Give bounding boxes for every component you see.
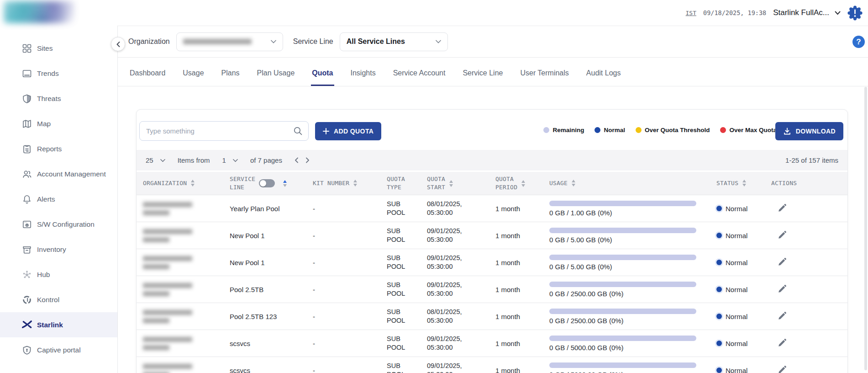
next-page-button[interactable] — [305, 157, 310, 163]
edit-quota-button[interactable] — [778, 257, 787, 266]
status-badge: Normal — [726, 286, 747, 293]
sort-status[interactable] — [742, 180, 746, 186]
col-label: QUOTASTART — [427, 175, 445, 191]
tab-audit-logs[interactable]: Audit Logs — [585, 69, 622, 86]
pagination-bar: 25 Items from 1 of 7 pages 1-25 of 157 i… — [137, 150, 847, 171]
sidebar-item-kontrol[interactable]: Kontrol — [0, 287, 117, 312]
status-normal-dot — [716, 206, 722, 211]
tab-service-account[interactable]: Service Account — [392, 69, 447, 86]
sidebar-item-label: Alerts — [37, 195, 55, 203]
usage-cell: 0 GB / 5000.00 GB (0%) — [549, 336, 716, 352]
sidebar-item-hub[interactable]: Hub — [0, 262, 117, 287]
timezone-toggle[interactable]: IST — [686, 10, 696, 16]
page-value: 1 — [222, 156, 226, 164]
filters-row: Organization Service Line All Service Li… — [118, 26, 868, 58]
sort-asc-icon — [191, 180, 195, 182]
sort-quota-period[interactable] — [521, 180, 525, 187]
col-header-service-line: SERVICELINE — [230, 175, 313, 191]
help-button[interactable]: ? — [852, 36, 865, 48]
sidebar-item-label: Starlink — [37, 321, 63, 329]
vertical-scrollbar[interactable] — [864, 87, 867, 370]
service-line-select[interactable]: All Service Lines — [340, 32, 448, 51]
usage-cell: 0 GB / 1.00 GB (0%) — [549, 201, 716, 217]
tab-quota[interactable]: Quota — [311, 69, 334, 86]
tab-service-line[interactable]: Service Line — [462, 69, 504, 86]
usage-text: 0 GB / 1.00 GB (0%) — [549, 209, 716, 217]
legend-label: Over Max Quota — [729, 127, 777, 133]
usage-progress-bar — [549, 255, 696, 260]
tab-user-terminals[interactable]: User Terminals — [519, 69, 569, 86]
service-line-toggle[interactable] — [259, 179, 275, 187]
sidebar-item-captive-portal[interactable]: Captive portal — [0, 337, 117, 362]
sort-quota-start[interactable] — [449, 180, 453, 187]
tab-plan-usage[interactable]: Plan Usage — [256, 69, 296, 86]
chevron-down-icon — [233, 159, 238, 162]
page-select[interactable]: 1 — [222, 156, 238, 164]
redacted-text-line — [143, 345, 169, 350]
sort-desc-icon — [283, 184, 287, 187]
legend-dot — [720, 127, 726, 133]
edit-quota-button[interactable] — [778, 311, 787, 320]
sidebar-collapse-button[interactable] — [111, 37, 125, 51]
status-badge: Normal — [726, 340, 747, 347]
sidebar-item-s-w-configuration[interactable]: S/W Configuration — [0, 212, 117, 237]
edit-quota-button[interactable] — [778, 284, 787, 293]
col-header-kit-number: KIT NUMBER — [313, 179, 387, 187]
sidebar-item-inventory[interactable]: Inventory — [0, 237, 117, 262]
table-row: New Pool 1-SUBPOOL09/01/2025,05:30:001 m… — [137, 222, 847, 249]
sort-kit-number[interactable] — [353, 180, 357, 186]
col-label: STATUS — [716, 179, 738, 187]
tab-plans[interactable]: Plans — [221, 69, 241, 86]
add-quota-button[interactable]: ADD QUOTA — [315, 122, 381, 140]
add-quota-label: ADD QUOTA — [334, 128, 374, 135]
pencil-icon — [778, 311, 787, 320]
prev-page-button[interactable] — [295, 157, 299, 163]
quota-type-cell: SUBPOOL — [387, 227, 427, 244]
col-header-quota-type: QUOTATYPE — [387, 175, 427, 191]
sidebar-item-threats[interactable]: Threats — [0, 86, 117, 111]
badge-exclamation-icon[interactable] — [847, 5, 863, 21]
sidebar-item-trends[interactable]: Trends — [0, 61, 117, 86]
service-line-cell: scsvcs — [230, 367, 313, 373]
status-cell: Normal — [716, 259, 771, 266]
sidebar-item-map[interactable]: Map — [0, 111, 117, 136]
download-button[interactable]: DOWNLOAD — [775, 122, 843, 140]
edit-quota-button[interactable] — [778, 338, 787, 347]
tab-usage[interactable]: Usage — [182, 69, 205, 86]
tab-dashboard[interactable]: Dashboard — [129, 69, 166, 86]
edit-quota-button[interactable] — [778, 230, 787, 240]
sidebar-item-reports[interactable]: Reports — [0, 136, 117, 161]
kit-number-cell: - — [313, 313, 387, 320]
page-size-select[interactable]: 25 — [146, 156, 165, 164]
account-menu[interactable]: Starlink FullAc... — [773, 8, 841, 17]
sidebar-item-label: Hub — [37, 271, 50, 279]
sidebar-item-alerts[interactable]: Alerts — [0, 186, 117, 212]
usage-text: 0 GB / 2500.00 GB (0%) — [549, 290, 716, 298]
edit-quota-button[interactable] — [778, 365, 787, 373]
sidebar-nav: SitesTrendsThreatsMapReportsAccount Mana… — [0, 26, 118, 373]
legend-item-over-quota-threshold: Over Quota Threshold — [636, 127, 710, 133]
service-line-label: Service Line — [293, 37, 333, 46]
edit-quota-button[interactable] — [778, 203, 787, 213]
sort-service-line[interactable] — [283, 180, 287, 187]
tab-insights[interactable]: Insights — [350, 69, 377, 86]
search-icon[interactable] — [293, 126, 303, 136]
usage-text: 0 GB / 2500.00 GB (0%) — [549, 317, 716, 325]
status-normal-dot — [716, 368, 722, 373]
sidebar-item-starlink[interactable]: Starlink — [0, 312, 117, 337]
sort-organization[interactable] — [191, 180, 195, 186]
sidebar-item-label: Map — [37, 120, 51, 128]
sidebar-item-account-management[interactable]: Account Management — [0, 161, 117, 186]
sort-asc-icon — [742, 180, 746, 182]
search-input[interactable] — [145, 127, 293, 135]
sidebar-item-sites[interactable]: Sites — [0, 36, 117, 61]
usage-text: 0 GB / 5000.00 GB (0%) — [549, 371, 716, 373]
quota-type-cell: SUBPOOL — [387, 308, 427, 325]
chevron-down-icon — [160, 159, 165, 162]
organization-select[interactable] — [176, 32, 283, 51]
quota-start-cell: 09/01/2025,05:30:00 — [427, 254, 495, 271]
table-row: Pool 2.5TB 123-SUBPOOL08/01/2025,05:30:0… — [137, 303, 847, 330]
actions-cell — [771, 311, 847, 322]
status-badge: Normal — [726, 313, 747, 320]
sort-usage[interactable] — [572, 180, 575, 186]
